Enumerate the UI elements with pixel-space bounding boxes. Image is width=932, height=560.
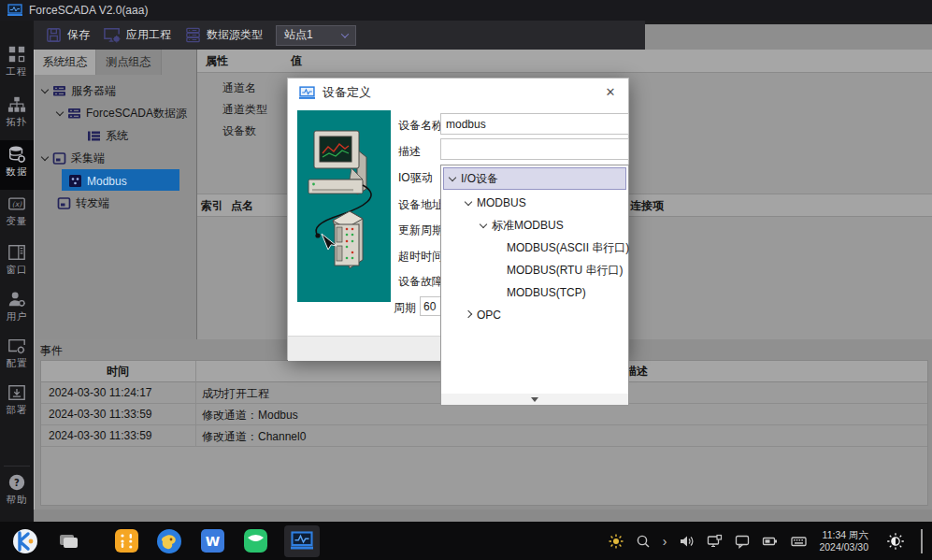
tree-item-forcescada-datasource[interactable]: ForceSCADA数据源	[57, 103, 187, 124]
apply-project-button[interactable]: 应用工程	[103, 26, 171, 44]
forcescada-taskbar-button[interactable]	[284, 525, 320, 557]
window-title: ForceSCADA V2.0(aaa)	[29, 4, 148, 17]
help-icon: ?	[7, 473, 26, 492]
dialog-close-button[interactable]: ✕	[602, 84, 619, 101]
tree-item-server-side[interactable]: 服务器端	[42, 80, 116, 102]
period-label: 周期	[394, 300, 416, 316]
rail-item-config[interactable]: 配置	[0, 337, 34, 370]
dropdown-scroll-down[interactable]	[441, 394, 628, 405]
description-input[interactable]	[440, 138, 629, 160]
brightness-button[interactable]	[609, 534, 624, 549]
property-row-channel-type[interactable]: 通道类型	[222, 102, 267, 118]
rail-item-help[interactable]: ? 帮助	[0, 473, 34, 507]
description-label: 描述	[398, 144, 421, 160]
driver-item-modbus-tcp[interactable]: MODBUS(TCP)	[443, 281, 626, 304]
rail-item-topology[interactable]: 拓扑	[0, 95, 34, 129]
driver-item-modbus[interactable]: MODBUS	[443, 192, 626, 214]
driver-item-label: MODBUS(TCP)	[507, 286, 586, 299]
apply-project-icon	[103, 26, 122, 44]
left-icon-rail: 工程 拓扑 数据 (x) 变量	[0, 21, 34, 522]
show-desktop-button[interactable]	[921, 529, 923, 553]
rail-item-project[interactable]: 工程	[0, 45, 34, 79]
rail-label: 变量	[1, 214, 33, 227]
driver-item-io-device[interactable]: I/O设备	[443, 167, 626, 190]
software-center-button[interactable]	[112, 527, 140, 555]
close-icon: ✕	[606, 85, 616, 99]
save-button[interactable]: 保存	[45, 26, 90, 44]
datasource-type-button[interactable]: 数据源类型	[184, 26, 263, 44]
event-row[interactable]: 2024-03-30 11:33:59 修改通道：Channel0	[41, 425, 927, 447]
rail-divider	[4, 466, 30, 467]
rail-item-data[interactable]: 数据	[0, 145, 34, 179]
wps-office-button[interactable]: W	[198, 527, 226, 555]
rail-item-variable[interactable]: (x) 变量	[0, 194, 34, 228]
taskbar-dock: W	[11, 525, 320, 557]
dialog-title: 设备定义	[323, 84, 371, 101]
terminal-icon	[57, 196, 71, 210]
notifications-button[interactable]	[735, 534, 750, 549]
night-mode-button[interactable]	[886, 532, 905, 551]
rail-item-user[interactable]: 用户	[0, 290, 34, 323]
svg-text:W: W	[205, 534, 219, 549]
messenger-button[interactable]	[241, 527, 269, 555]
tree-item-system[interactable]: 系统	[87, 125, 128, 147]
driver-item-label: MODBUS	[477, 196, 526, 209]
property-row-device-count[interactable]: 设备数	[222, 123, 256, 139]
display-icon	[707, 534, 723, 549]
chevron-right-icon	[465, 309, 472, 317]
volume-button[interactable]	[679, 534, 695, 549]
database-icon	[7, 145, 26, 164]
speaker-icon	[679, 534, 695, 549]
event-row[interactable]: 2024-03-30 11:33:59 修改通道：Modbus	[41, 404, 927, 425]
driver-item-label: 标准MODBUS	[492, 218, 564, 234]
window-icon	[7, 243, 26, 262]
io-driver-label: IO驱动	[398, 170, 433, 186]
driver-item-standard-modbus[interactable]: 标准MODBUS	[443, 214, 626, 237]
event-description: 成功打开工程	[202, 386, 269, 402]
system-tree-panel: 系统组态 测点组态 服务器端 ForceSCADA数据源 系统	[34, 50, 196, 339]
rail-label: 配置	[1, 356, 33, 369]
clock-time: 11:34 周六	[819, 529, 868, 541]
rail-item-window[interactable]: 窗口	[0, 243, 34, 277]
driver-item-modbus-rtu[interactable]: MODBUS(RTU 串行口)	[443, 259, 626, 281]
site-select-dropdown[interactable]: 站点1	[276, 25, 356, 46]
server-icon	[52, 84, 66, 98]
file-manager-button[interactable]	[54, 527, 82, 555]
search-button[interactable]	[636, 534, 651, 549]
property-row-channel-name[interactable]: 通道名	[222, 80, 256, 96]
battery-icon	[762, 534, 779, 549]
tree-item-forwarder-side[interactable]: 转发端	[57, 193, 109, 214]
device-address-label: 设备地址	[398, 197, 443, 213]
driver-item-modbus-ascii[interactable]: MODBUS(ASCII 串行口)	[443, 237, 626, 259]
dialog-app-icon	[299, 86, 315, 100]
device-definition-dialog: 设备定义 ✕ 设备名称 描述	[287, 78, 629, 360]
rail-label: 用户	[1, 309, 33, 323]
datasource-type-icon	[184, 26, 202, 44]
io-driver-tree-dropdown: I/O设备 MODBUS 标准MODBUS MODBUS(ASCII 串行口) …	[440, 165, 629, 406]
property-header-row: 属性 值	[197, 50, 932, 73]
driver-item-opc[interactable]: OPC	[443, 304, 626, 326]
tray-expand-button[interactable]: ›	[663, 534, 667, 549]
scroll-down-icon	[531, 397, 538, 402]
chevron-down-icon	[449, 173, 456, 180]
display-settings-button[interactable]	[707, 534, 723, 549]
tree-item-label: 采集端	[71, 151, 105, 166]
status-strip	[34, 510, 932, 522]
tree-item-collector-side[interactable]: 采集端	[42, 148, 105, 169]
tree-item-label: 转发端	[76, 195, 109, 211]
tab-point-config[interactable]: 测点组态	[96, 50, 162, 75]
taskbar-clock[interactable]: 11:34 周六 2024/03/30	[819, 529, 868, 553]
launcher-button[interactable]	[11, 527, 39, 555]
browser-button[interactable]	[155, 527, 183, 555]
tab-label: 系统组态	[43, 54, 88, 70]
deploy-icon	[7, 383, 26, 402]
tab-system-config[interactable]: 系统组态	[35, 50, 96, 75]
brightness-sun-icon	[609, 534, 624, 549]
tree-item-modbus[interactable]: Modbus	[68, 170, 127, 192]
rail-item-deploy[interactable]: 部署	[0, 383, 34, 417]
device-name-input[interactable]	[440, 113, 629, 135]
config-icon	[7, 337, 26, 355]
battery-button[interactable]	[762, 534, 779, 549]
input-method-button[interactable]	[791, 534, 807, 549]
chevron-down-icon	[480, 220, 487, 227]
